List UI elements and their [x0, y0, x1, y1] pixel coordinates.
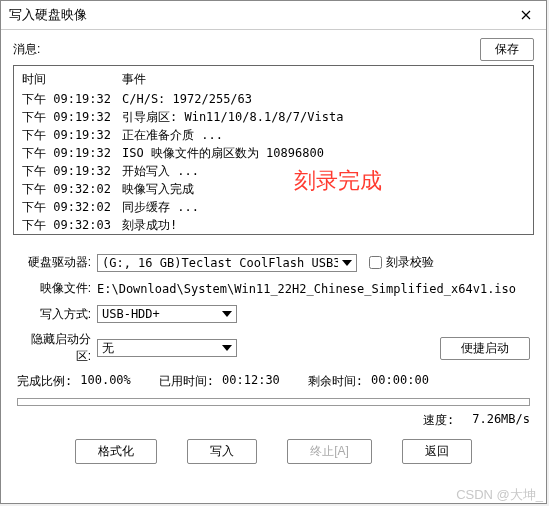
speed-label: 速度: — [423, 412, 454, 429]
mode-label: 写入方式: — [17, 306, 97, 323]
percent-value: 100.00% — [80, 373, 159, 390]
log-time: 下午 09:32:02 — [22, 180, 122, 198]
log-event: 正在准备介质 ... — [122, 126, 525, 144]
percent-label: 完成比例: — [17, 373, 80, 390]
log-box[interactable]: 时间 事件 下午 09:19:32C/H/S: 1972/255/63下午 09… — [13, 65, 534, 235]
progress-bar — [17, 398, 530, 406]
verify-checkbox-wrap[interactable]: 刻录校验 — [365, 253, 434, 272]
drive-row: 硬盘驱动器: (G:, 16 GB)Teclast CoolFlash USB3… — [17, 253, 530, 272]
log-event: 刻录成功! — [122, 216, 525, 234]
log-header-event: 事件 — [122, 70, 525, 88]
log-time: 下午 09:32:02 — [22, 198, 122, 216]
log-rows: 下午 09:19:32C/H/S: 1972/255/63下午 09:19:32… — [22, 90, 525, 234]
speed-value: 7.26MB/s — [472, 412, 530, 429]
message-label: 消息: — [13, 41, 40, 58]
verify-checkbox[interactable] — [369, 256, 382, 269]
save-button[interactable]: 保存 — [480, 38, 534, 61]
log-event: 引导扇区: Win11/10/8.1/8/7/Vista — [122, 108, 525, 126]
hidden-label: 隐藏启动分区: — [17, 331, 97, 365]
close-icon — [521, 10, 531, 20]
portable-boot-button[interactable]: 便捷启动 — [440, 337, 530, 360]
image-label: 映像文件: — [17, 280, 97, 297]
log-time: 下午 09:19:32 — [22, 108, 122, 126]
log-time: 下午 09:19:32 — [22, 126, 122, 144]
elapsed-value: 00:12:30 — [222, 373, 308, 390]
format-button[interactable]: 格式化 — [75, 439, 157, 464]
elapsed-label: 已用时间: — [159, 373, 222, 390]
log-header: 时间 事件 — [22, 70, 525, 88]
hidden-select[interactable]: 无 — [97, 339, 237, 357]
window-title: 写入硬盘映像 — [9, 6, 87, 24]
mode-select[interactable]: USB-HDD+ — [97, 305, 237, 323]
log-header-time: 时间 — [22, 70, 122, 88]
drive-select[interactable]: (G:, 16 GB)Teclast CoolFlash USB3.01100 — [97, 254, 357, 272]
log-row[interactable]: 下午 09:32:02同步缓存 ... — [22, 198, 525, 216]
speed-row: 速度: 7.26MB/s — [17, 412, 530, 429]
abort-button: 终止[A] — [287, 439, 372, 464]
remaining-label: 剩余时间: — [308, 373, 371, 390]
progress-fill — [18, 399, 529, 405]
log-row[interactable]: 下午 09:32:03刻录成功! — [22, 216, 525, 234]
content-area: 消息: 保存 时间 事件 下午 09:19:32C/H/S: 1972/255/… — [1, 30, 546, 503]
log-row[interactable]: 下午 09:19:32开始写入 ... — [22, 162, 525, 180]
stats-row: 完成比例: 100.00% 已用时间: 00:12:30 剩余时间: 00:00… — [17, 373, 530, 390]
close-button[interactable] — [512, 5, 540, 25]
form-area: 硬盘驱动器: (G:, 16 GB)Teclast CoolFlash USB3… — [13, 253, 534, 464]
verify-label: 刻录校验 — [386, 254, 434, 271]
message-row: 消息: 保存 — [13, 38, 534, 61]
status-overlay: 刻录完成 — [294, 164, 382, 197]
remaining-value: 00:00:00 — [371, 373, 429, 390]
log-row[interactable]: 下午 09:19:32ISO 映像文件的扇区数为 10896800 — [22, 144, 525, 162]
drive-label: 硬盘驱动器: — [17, 254, 97, 271]
mode-row: 写入方式: USB-HDD+ — [17, 305, 530, 323]
log-time: 下午 09:19:32 — [22, 90, 122, 108]
action-row: 格式化 写入 终止[A] 返回 — [17, 439, 530, 464]
log-time: 下午 09:19:32 — [22, 162, 122, 180]
image-path: E:\Download\System\Win11_22H2_Chinese_Si… — [97, 282, 516, 296]
log-event: 同步缓存 ... — [122, 198, 525, 216]
log-time: 下午 09:19:32 — [22, 144, 122, 162]
log-row[interactable]: 下午 09:19:32引导扇区: Win11/10/8.1/8/7/Vista — [22, 108, 525, 126]
log-row[interactable]: 下午 09:19:32C/H/S: 1972/255/63 — [22, 90, 525, 108]
log-event: ISO 映像文件的扇区数为 10896800 — [122, 144, 525, 162]
hidden-row: 隐藏启动分区: 无 便捷启动 — [17, 331, 530, 365]
log-row[interactable]: 下午 09:32:02映像写入完成 — [22, 180, 525, 198]
dialog-window: 写入硬盘映像 消息: 保存 时间 事件 下午 09:19:32C/H/S: 19… — [0, 0, 547, 504]
log-row[interactable]: 下午 09:19:32正在准备介质 ... — [22, 126, 525, 144]
return-button[interactable]: 返回 — [402, 439, 472, 464]
log-time: 下午 09:32:03 — [22, 216, 122, 234]
titlebar: 写入硬盘映像 — [1, 1, 546, 30]
write-button[interactable]: 写入 — [187, 439, 257, 464]
image-row: 映像文件: E:\Download\System\Win11_22H2_Chin… — [17, 280, 530, 297]
log-event: C/H/S: 1972/255/63 — [122, 90, 525, 108]
